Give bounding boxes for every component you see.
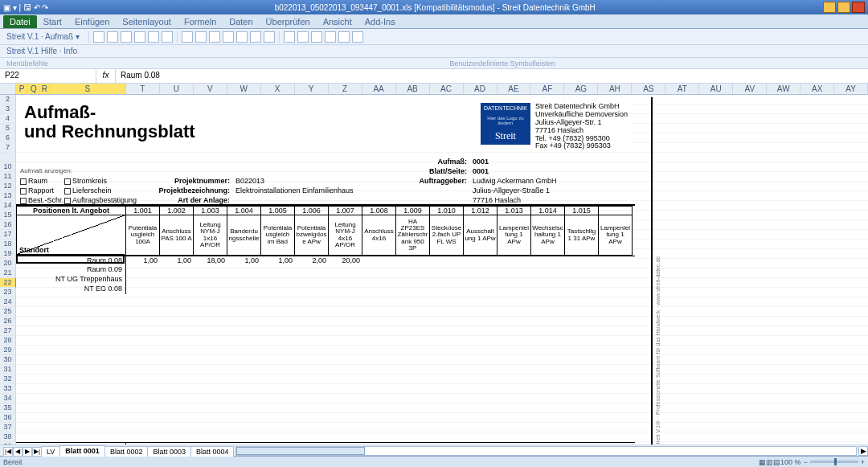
tab-daten[interactable]: Daten — [223, 15, 259, 28]
col-header[interactable]: AS — [632, 84, 665, 94]
select-all-corner[interactable] — [0, 84, 16, 94]
row-number[interactable]: 26 — [0, 317, 16, 326]
value-cell[interactable] — [396, 256, 430, 265]
col-header[interactable]: AU — [699, 84, 733, 94]
name-box[interactable]: P22 — [0, 69, 96, 83]
col-header[interactable]: P — [16, 84, 28, 94]
value-cell[interactable] — [396, 265, 430, 275]
minimize-button[interactable] — [823, 2, 836, 13]
col-header[interactable]: AD — [464, 84, 497, 94]
col-header[interactable]: AG — [564, 84, 598, 94]
close-button[interactable] — [852, 2, 865, 13]
sheet-tab[interactable]: Blatt 0004 — [190, 446, 235, 457]
fx-icon[interactable]: fx — [96, 69, 116, 83]
value-cell[interactable] — [464, 285, 497, 294]
col-header[interactable]: W — [227, 84, 261, 94]
value-cell[interactable] — [329, 285, 362, 294]
value-cell[interactable] — [464, 275, 497, 285]
col-header[interactable]: AA — [362, 84, 396, 94]
toolbar-icon[interactable] — [264, 31, 275, 43]
value-cell[interactable] — [430, 265, 464, 275]
value-cell[interactable] — [227, 285, 261, 294]
location-cell[interactable]: Raum 0.08 — [16, 256, 126, 265]
row-number[interactable]: 15 — [0, 211, 16, 220]
maximize-button[interactable] — [837, 2, 850, 13]
col-header[interactable]: AB — [396, 84, 430, 94]
col-header[interactable]: Z — [329, 84, 362, 94]
col-header[interactable]: AF — [530, 84, 564, 94]
value-cell[interactable] — [261, 275, 295, 285]
value-cell[interactable] — [295, 275, 329, 285]
chk-ab[interactable] — [64, 198, 71, 204]
row-number[interactable]: 37 — [0, 423, 16, 432]
table-row[interactable]: Raum 0.09 — [16, 265, 635, 275]
toolbar-icon[interactable] — [107, 31, 118, 43]
value-cell[interactable] — [160, 265, 194, 275]
row-number[interactable]: 39 — [0, 442, 16, 444]
value-cell[interactable] — [599, 256, 633, 265]
tab-einfuegen[interactable]: Einfügen — [68, 15, 116, 28]
toolbar-icon[interactable] — [284, 31, 295, 43]
value-cell[interactable] — [362, 285, 396, 294]
column-headers[interactable]: PQRSTUVWXYZAAABACADAEAFAGAHASATAUAVAWAXA… — [0, 84, 868, 95]
toolbar-icon[interactable] — [223, 31, 234, 43]
col-header[interactable]: T — [126, 84, 160, 94]
col-header[interactable]: U — [160, 84, 194, 94]
col-header[interactable]: AY — [834, 84, 868, 94]
zoom-controls[interactable]: 100 % − + — [780, 458, 865, 466]
row-number[interactable]: 33 — [0, 384, 16, 394]
chk-stromkreis[interactable] — [64, 178, 71, 185]
toolbar-icon[interactable] — [162, 31, 173, 43]
col-header[interactable]: R — [40, 84, 50, 94]
value-cell[interactable]: 1,00 — [227, 256, 261, 265]
value-cell[interactable] — [295, 265, 329, 275]
chk-lieferschein[interactable] — [64, 188, 71, 195]
col-header[interactable]: AC — [430, 84, 464, 94]
value-cell[interactable] — [565, 256, 599, 265]
row-number[interactable]: 18 — [0, 240, 16, 249]
addin-toolbar-label[interactable]: Streit V.1 · Aufmaß ▾ — [6, 32, 80, 41]
value-cell[interactable]: 1,00 — [261, 256, 295, 265]
value-cell[interactable] — [497, 285, 531, 294]
toolbar-icon[interactable] — [311, 31, 322, 43]
row-number[interactable]: 27 — [0, 326, 16, 336]
col-header[interactable]: AH — [598, 84, 632, 94]
scrollbar-thumb[interactable] — [236, 447, 365, 455]
chk-raum[interactable] — [20, 178, 27, 185]
toolbar-icon[interactable] — [134, 31, 145, 43]
toolbar-icon[interactable] — [250, 31, 261, 43]
value-cell[interactable] — [599, 285, 633, 294]
zoom-in-icon[interactable]: + — [861, 458, 865, 466]
value-cell[interactable] — [531, 265, 565, 275]
table-row[interactable]: Raum 0.081,001,0018,001,001,002,0020,00 — [16, 256, 635, 265]
toolbar-icon[interactable] — [352, 31, 363, 43]
row-number[interactable]: 17 — [0, 230, 16, 240]
chk-best[interactable] — [20, 198, 27, 204]
row-number[interactable]: 4 — [0, 114, 16, 124]
value-cell[interactable] — [126, 275, 160, 285]
formula-input[interactable]: Raum 0.08 — [116, 69, 868, 83]
location-cell[interactable]: NT UG Treppenhaus — [16, 275, 126, 285]
col-header[interactable]: Y — [295, 84, 329, 94]
sheet-nav-btn[interactable]: ◀ — [13, 447, 23, 457]
value-cell[interactable] — [362, 275, 396, 285]
row-number[interactable]: 38 — [0, 432, 16, 442]
view-break-icon[interactable]: ▤ — [773, 458, 780, 466]
value-cell[interactable] — [194, 285, 227, 294]
value-cell[interactable] — [430, 256, 464, 265]
value-cell[interactable] — [464, 265, 497, 275]
location-cell[interactable]: NT EG 0.08 — [16, 285, 126, 294]
col-header[interactable]: AT — [665, 84, 699, 94]
value-cell[interactable]: 20,00 — [329, 256, 362, 265]
value-cell[interactable] — [160, 275, 194, 285]
row-number[interactable] — [0, 153, 16, 162]
value-cell[interactable]: 2,00 — [295, 256, 329, 265]
toolbar-icon[interactable] — [121, 31, 132, 43]
row-number[interactable]: 29 — [0, 346, 16, 355]
sheet-nav-btn[interactable]: ▶ — [23, 447, 32, 457]
location-cell[interactable]: Raum 0.09 — [16, 265, 126, 275]
row-number[interactable]: 11 — [0, 172, 16, 182]
tab-ansicht[interactable]: Ansicht — [317, 15, 358, 28]
value-cell[interactable] — [531, 275, 565, 285]
row-number[interactable]: 13 — [0, 191, 16, 201]
